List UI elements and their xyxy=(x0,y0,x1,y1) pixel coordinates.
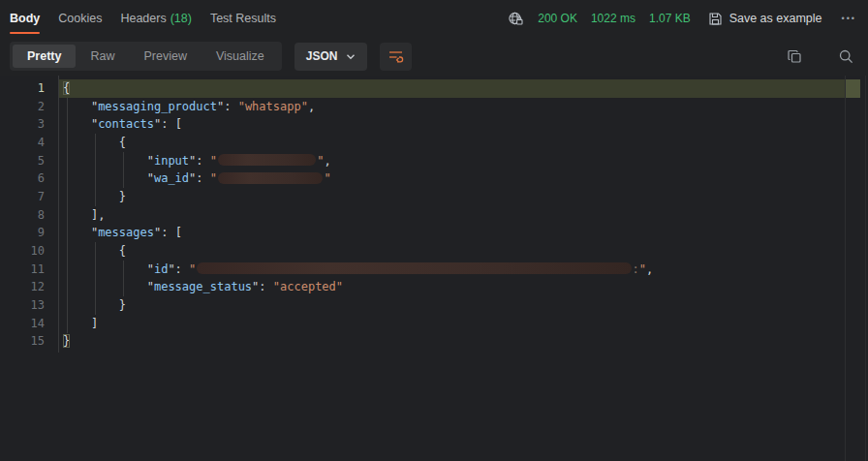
search-icon[interactable] xyxy=(838,48,854,65)
token-punc: , xyxy=(646,262,653,276)
token-str: "accepted" xyxy=(273,280,343,293)
tab-cookies[interactable]: Cookies xyxy=(58,0,102,37)
token-punc: ": xyxy=(189,171,210,185)
token-punc: ": xyxy=(168,262,189,276)
code-content: } xyxy=(58,296,126,315)
code-content: } xyxy=(58,188,126,206)
code-line[interactable]: 1{ xyxy=(0,79,868,98)
copy-icon[interactable] xyxy=(787,48,803,65)
redacted-value xyxy=(197,262,631,274)
save-as-example-label: Save as example xyxy=(729,12,822,25)
token-dim: : xyxy=(633,262,639,276)
token-punc: " xyxy=(147,171,154,185)
code-line[interactable]: 7 } xyxy=(0,188,868,206)
tab-test-results[interactable]: Test Results xyxy=(210,0,276,37)
token-punc: { xyxy=(119,244,126,258)
token-key: messages xyxy=(98,226,154,239)
code-content: "id": ":", xyxy=(58,261,653,279)
token-ws xyxy=(63,298,119,312)
token-ws xyxy=(63,100,91,113)
line-number: 11 xyxy=(0,261,58,279)
token-punc: " xyxy=(147,154,154,168)
view-preview-button[interactable]: Preview xyxy=(129,45,201,68)
code-content: } xyxy=(58,332,70,351)
code-content: "messages": [ xyxy=(58,224,182,242)
code-line[interactable]: 5 "input": "", xyxy=(0,152,868,170)
code-content: { xyxy=(58,242,126,261)
wrap-lines-icon xyxy=(388,48,404,64)
line-number: 9 xyxy=(0,224,58,242)
code-line[interactable]: 14 ] xyxy=(0,315,868,333)
code-line[interactable]: 9 "messages": [ xyxy=(0,224,868,242)
line-number: 13 xyxy=(0,296,58,315)
tab-headers[interactable]: Headers (18) xyxy=(120,0,191,37)
token-punc: ": xyxy=(154,226,175,239)
view-visualize-button[interactable]: Visualize xyxy=(202,45,279,68)
code-line[interactable]: 10 { xyxy=(0,242,868,261)
token-punc: } xyxy=(119,190,126,203)
code-line[interactable]: 2 "messaging_product": "whatsapp", xyxy=(0,98,868,116)
token-str: " xyxy=(639,262,646,276)
token-key: input xyxy=(154,154,189,168)
headers-count-badge: (18) xyxy=(170,12,192,25)
token-punc: [ xyxy=(175,226,182,239)
code-line[interactable]: 8 ], xyxy=(0,206,868,225)
token-ws xyxy=(63,136,119,149)
language-dropdown[interactable]: JSON xyxy=(294,43,368,71)
token-punc: " xyxy=(147,262,154,276)
line-number: 8 xyxy=(0,206,58,225)
network-globe-lock-icon[interactable] xyxy=(508,11,524,27)
token-ws xyxy=(63,190,119,203)
token-punc: } xyxy=(119,298,126,312)
language-dropdown-value: JSON xyxy=(306,49,338,63)
response-body-editor[interactable]: 1{2 "messaging_product": "whatsapp",3 "c… xyxy=(0,76,868,461)
token-ws xyxy=(63,226,91,239)
code-lines: 1{2 "messaging_product": "whatsapp",3 "c… xyxy=(0,79,868,351)
token-punc: , xyxy=(324,154,330,168)
token-punc: ": xyxy=(252,280,273,293)
code-line[interactable]: 11 "id": ":", xyxy=(0,261,868,279)
code-content: "message_status": "accepted" xyxy=(58,278,343,296)
code-line[interactable]: 12 "message_status": "accepted" xyxy=(0,278,868,296)
save-as-example-button[interactable]: Save as example xyxy=(708,12,822,26)
wrap-lines-button[interactable] xyxy=(380,43,412,71)
tab-body-label: Body xyxy=(10,12,40,25)
line-number: 14 xyxy=(0,315,58,333)
response-time[interactable]: 1022 ms xyxy=(591,12,636,25)
code-line[interactable]: 6 "wa_id": "" xyxy=(0,169,868,188)
token-key: message_status xyxy=(154,280,252,293)
code-content: "wa_id": "" xyxy=(58,169,331,188)
token-str: " xyxy=(210,154,217,168)
token-str: "whatsapp" xyxy=(238,100,308,113)
view-raw-button[interactable]: Raw xyxy=(76,45,129,68)
line-number: 15 xyxy=(0,332,58,351)
token-ws xyxy=(63,317,91,330)
tab-body[interactable]: Body xyxy=(10,0,40,37)
code-line[interactable]: 4 { xyxy=(0,134,868,152)
body-view-toolbar: Pretty Raw Preview Visualize JSON xyxy=(0,37,868,76)
view-pretty-button[interactable]: Pretty xyxy=(13,45,76,68)
code-line[interactable]: 3 "contacts": [ xyxy=(0,115,868,134)
line-number: 3 xyxy=(0,115,58,134)
token-bmatch: { xyxy=(63,81,70,95)
line-number: 2 xyxy=(0,98,58,116)
code-line[interactable]: 13 } xyxy=(0,296,868,315)
token-ws xyxy=(63,280,147,293)
token-bmatch: } xyxy=(63,334,70,348)
line-number: 6 xyxy=(0,169,58,188)
response-status-area: 200 OK 1022 ms 1.07 KB Save as example •… xyxy=(508,11,868,27)
token-ws xyxy=(63,154,147,168)
more-options-icon[interactable]: ••• xyxy=(842,14,856,23)
view-mode-switch: Pretty Raw Preview Visualize xyxy=(10,42,282,71)
token-punc: , xyxy=(308,100,315,113)
code-line[interactable]: 15} xyxy=(0,332,868,351)
line-number: 5 xyxy=(0,152,58,170)
token-punc: ": xyxy=(217,100,238,113)
token-ws xyxy=(63,117,91,131)
status-code[interactable]: 200 OK xyxy=(538,12,577,25)
response-size[interactable]: 1.07 KB xyxy=(649,12,691,25)
response-panel: Body Cookies Headers (18) Test Results xyxy=(0,0,868,461)
tab-test-results-label: Test Results xyxy=(210,12,276,25)
token-punc: " xyxy=(147,280,154,293)
code-content: ], xyxy=(58,206,105,225)
